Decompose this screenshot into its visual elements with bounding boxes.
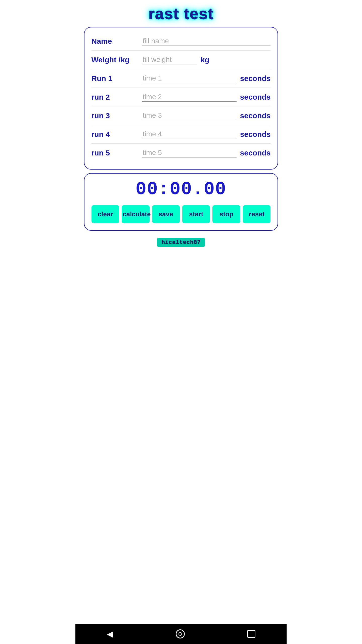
action-buttons-row: clear calculate save start stop reset [92,205,271,223]
name-input[interactable] [142,36,271,46]
app-title: rast test [148,5,213,22]
clear-button[interactable]: clear [92,205,119,223]
run-1-input[interactable] [142,74,237,83]
stop-button[interactable]: stop [212,205,240,223]
run-3-label: run 3 [92,111,142,120]
run-1-input-area: seconds [142,74,271,83]
weight-row: Weight /kg kg [92,51,271,69]
save-button[interactable]: save [152,205,180,223]
weight-label: Weight /kg [92,56,142,64]
run-5-input[interactable] [142,148,237,157]
weight-unit-label: kg [201,56,209,64]
run-row-1: Run 1 seconds [92,69,271,88]
name-label: Name [92,37,142,46]
name-input-area [142,36,271,46]
stopwatch-card: 00:00.00 clear calculate save start stop… [84,173,278,231]
start-button[interactable]: start [182,205,210,223]
nav-back-button[interactable]: ◀ [107,629,113,639]
calculate-button[interactable]: calculate [122,205,149,223]
run-3-input-area: seconds [142,111,271,120]
run-2-input[interactable] [142,92,237,102]
run-1-unit: seconds [240,74,271,83]
nav-bar: ◀ [75,624,287,644]
run-5-input-area: seconds [142,148,271,157]
nav-home-button[interactable] [176,629,185,638]
run-3-unit: seconds [240,111,271,120]
run-2-unit: seconds [240,93,271,101]
run-row-2: run 2 seconds [92,88,271,106]
run-4-input-area: seconds [142,130,271,139]
run-4-input[interactable] [142,130,237,139]
weight-input[interactable] [142,55,197,64]
run-row-4: run 4 seconds [92,125,271,144]
run-4-label: run 4 [92,130,142,139]
reset-button[interactable]: reset [243,205,270,223]
name-row: Name [92,32,271,51]
run-2-input-area: seconds [142,92,271,102]
footer-brand: hicaltech87 [157,238,205,247]
form-card: Name Weight /kg kg Run 1 seconds run 2 [84,27,278,170]
nav-recents-button[interactable] [247,630,255,638]
run-row-3: run 3 seconds [92,106,271,125]
stopwatch-display: 00:00.00 [135,179,227,200]
run-5-label: run 5 [92,149,142,157]
run-3-input[interactable] [142,111,237,120]
run-4-unit: seconds [240,130,271,139]
run-5-unit: seconds [240,149,271,157]
run-row-5: run 5 seconds [92,144,271,162]
weight-input-area: kg [142,55,271,64]
run-2-label: run 2 [92,93,142,101]
run-1-label: Run 1 [92,74,142,83]
